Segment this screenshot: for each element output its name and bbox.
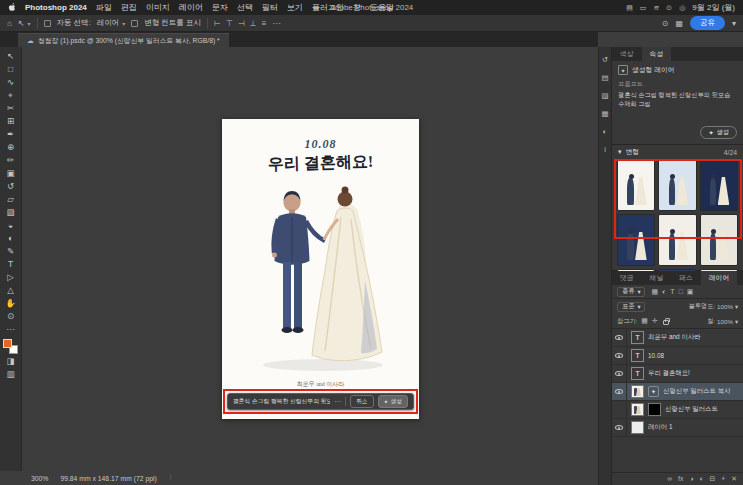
- visibility-toggle[interactable]: [612, 401, 627, 418]
- frame-tool[interactable]: ⊞: [3, 115, 19, 127]
- info-panel-icon[interactable]: i: [604, 145, 606, 154]
- quick-mask-icon[interactable]: ◨: [3, 355, 19, 367]
- display-icon[interactable]: ▤: [626, 4, 633, 12]
- new-layer-icon[interactable]: +: [721, 475, 725, 483]
- more-options-icon[interactable]: ⋯: [272, 19, 280, 28]
- prompt-text[interactable]: 결혼식 손그림 행복한 신랑신부의 뒷모습 수채화 그림: [618, 91, 737, 109]
- menubar-item[interactable]: 편집: [121, 2, 137, 13]
- eyedropper-tool[interactable]: ✒: [3, 128, 19, 140]
- cancel-button[interactable]: 취소: [350, 395, 374, 408]
- menubar-item[interactable]: 선택: [237, 2, 253, 13]
- visibility-toggle[interactable]: [612, 347, 627, 364]
- foreground-color-swatch[interactable]: [3, 339, 12, 348]
- wifi-icon[interactable]: ≋: [653, 4, 659, 12]
- chevron-down-icon[interactable]: ▾: [618, 148, 621, 156]
- variation-thumb-2[interactable]: [658, 159, 696, 211]
- libraries-panel-icon[interactable]: ▦: [601, 109, 608, 118]
- chevron-down-icon[interactable]: ▾: [732, 19, 736, 28]
- filter-type-icon[interactable]: T: [670, 288, 674, 296]
- tool-preset-dropdown[interactable]: ↖ ▾: [18, 19, 31, 28]
- properties-generate-button[interactable]: ✦ 생성: [700, 126, 737, 139]
- control-center-icon[interactable]: ◎: [679, 4, 685, 12]
- delete-layer-icon[interactable]: ✕: [731, 475, 737, 483]
- link-layers-icon[interactable]: ∞: [667, 475, 672, 483]
- visibility-toggle[interactable]: [612, 383, 627, 400]
- layer-filter-dropdown[interactable]: 종류 ▾: [617, 287, 645, 297]
- panel-tab[interactable]: 댓글: [612, 271, 642, 285]
- layer-row[interactable]: T10.08: [612, 347, 743, 365]
- show-transform-checkbox[interactable]: [131, 20, 138, 27]
- variation-thumb-8[interactable]: [658, 269, 696, 271]
- brush-tool[interactable]: ✏: [3, 154, 19, 166]
- move-tool[interactable]: ↖: [3, 50, 19, 62]
- chevron-right-icon[interactable]: 〉: [169, 473, 176, 483]
- dodge-tool[interactable]: ◐: [3, 232, 19, 244]
- share-button[interactable]: 공유: [690, 16, 725, 30]
- gradient-tool[interactable]: ▨: [3, 206, 19, 218]
- panel-tab[interactable]: 레이어: [701, 271, 737, 285]
- panel-tab[interactable]: 패스: [671, 271, 701, 285]
- layer-mask-icon[interactable]: ◑: [689, 475, 693, 483]
- workspace-icon[interactable]: ▦: [675, 19, 683, 28]
- menubar-item[interactable]: 필터: [262, 2, 278, 13]
- search-icon[interactable]: ⊙: [662, 19, 669, 28]
- menubar-item[interactable]: 창: [353, 2, 361, 13]
- healing-brush-tool[interactable]: ⊕: [3, 141, 19, 153]
- menubar-item[interactable]: 보기: [287, 2, 303, 13]
- generative-prompt-bar[interactable]: 결혼식 손그림 행복한 신랑신부의 뒷모습 수채화 그림 ⋯ 취소 ✦ 생성: [227, 393, 414, 410]
- align-bottom-icon[interactable]: ⊥: [250, 19, 257, 28]
- clone-stamp-tool[interactable]: ▣: [3, 167, 19, 179]
- menubar-item[interactable]: 파일: [96, 2, 112, 13]
- marquee-tool[interactable]: □: [3, 63, 19, 75]
- filter-pixel-icon[interactable]: ▦: [651, 288, 658, 296]
- more-options-icon[interactable]: ⋯: [334, 398, 341, 406]
- layer-row[interactable]: ✦신랑신부 일러스트 복사: [612, 383, 743, 401]
- generate-button[interactable]: ✦ 생성: [378, 395, 408, 408]
- type-tool[interactable]: T: [3, 258, 19, 270]
- crop-tool[interactable]: ✂: [3, 102, 19, 114]
- filter-smart-icon[interactable]: ▣: [687, 288, 694, 296]
- lock-transparency-icon[interactable]: ▦: [641, 317, 648, 325]
- battery-icon[interactable]: ▭: [640, 4, 647, 12]
- auto-select-dropdown[interactable]: 레이어 ▾: [97, 18, 126, 28]
- menubar-item[interactable]: 레이어: [179, 2, 203, 13]
- lock-all-icon[interactable]: [663, 320, 669, 325]
- screen-mode-icon[interactable]: ▥: [3, 368, 19, 380]
- visibility-toggle[interactable]: [612, 365, 627, 382]
- layer-row[interactable]: 레이어 1: [612, 419, 743, 437]
- auto-select-checkbox[interactable]: [44, 20, 51, 27]
- eraser-tool[interactable]: ▱: [3, 193, 19, 205]
- history-brush-tool[interactable]: ↺: [3, 180, 19, 192]
- variation-thumb-6[interactable]: [700, 214, 738, 266]
- visibility-toggle[interactable]: [612, 419, 627, 436]
- menubar-clock[interactable]: 9월 2일 (월): [692, 2, 735, 13]
- align-center-icon[interactable]: ⊤: [226, 19, 233, 28]
- pen-tool[interactable]: ✎: [3, 245, 19, 257]
- color-swatches[interactable]: [3, 339, 18, 354]
- layer-style-icon[interactable]: fx: [678, 475, 683, 483]
- opacity-value[interactable]: 100%: [717, 303, 733, 310]
- hand-tool[interactable]: ✋: [3, 297, 19, 309]
- layer-row[interactable]: 신랑신부 일러스트: [612, 401, 743, 419]
- document-tab[interactable]: ☁ 청첩장 (1).psdc @ 300% (신랑신부 일러스트 복사, RGB…: [18, 33, 229, 47]
- zoom-level[interactable]: 300%: [31, 475, 48, 482]
- lasso-tool[interactable]: ∿: [3, 76, 19, 88]
- lock-position-icon[interactable]: ✛: [652, 317, 658, 325]
- variation-thumb-7[interactable]: [617, 269, 655, 271]
- object-selection-tool[interactable]: ⌖: [3, 89, 19, 101]
- align-left-icon[interactable]: ⊢: [214, 19, 221, 28]
- color-panel-icon[interactable]: ▨: [601, 91, 608, 100]
- variation-thumb-1[interactable]: [617, 159, 655, 211]
- layer-row[interactable]: T최운무 and 이사라: [612, 329, 743, 347]
- zoom-tool[interactable]: ⊙: [3, 310, 19, 322]
- variation-thumb-5[interactable]: [658, 214, 696, 266]
- distribute-icon[interactable]: ≡: [262, 19, 267, 28]
- menubar-app-name[interactable]: Photoshop 2024: [25, 3, 87, 12]
- adjustment-layer-icon[interactable]: ◐: [700, 475, 704, 483]
- menubar-item[interactable]: 도움말: [370, 2, 394, 13]
- align-right-icon[interactable]: ⊣: [238, 19, 245, 28]
- apple-menu-icon[interactable]: [8, 3, 16, 12]
- blend-mode-dropdown[interactable]: 표준 ▾: [617, 302, 645, 312]
- variation-thumb-9[interactable]: [700, 269, 738, 271]
- variation-thumb-3[interactable]: [700, 159, 738, 211]
